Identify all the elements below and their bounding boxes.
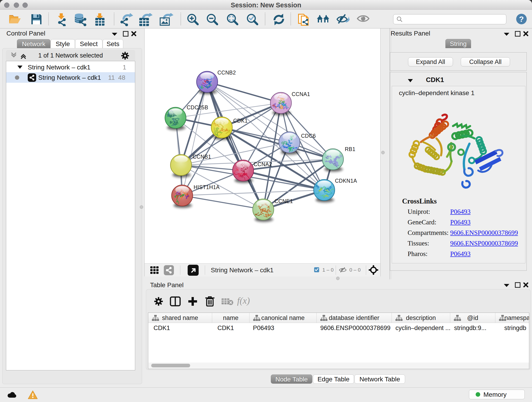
svg-text:CDC6: CDC6 — [301, 133, 316, 139]
svg-text:HIST1H1A: HIST1H1A — [194, 184, 220, 190]
svg-text:CCNA1: CCNA1 — [292, 91, 310, 97]
svg-text:CDC25B: CDC25B — [187, 104, 208, 110]
svg-text:CCNA2: CCNA2 — [254, 161, 272, 167]
svg-text:CDK1: CDK1 — [233, 118, 248, 124]
svg-text:CCNB1: CCNB1 — [193, 154, 211, 160]
svg-text:CCNB2: CCNB2 — [217, 70, 236, 76]
svg-text:CCNE1: CCNE1 — [274, 198, 293, 204]
svg-text:CDKN1A: CDKN1A — [335, 178, 357, 184]
svg-text:RB1: RB1 — [345, 146, 355, 152]
